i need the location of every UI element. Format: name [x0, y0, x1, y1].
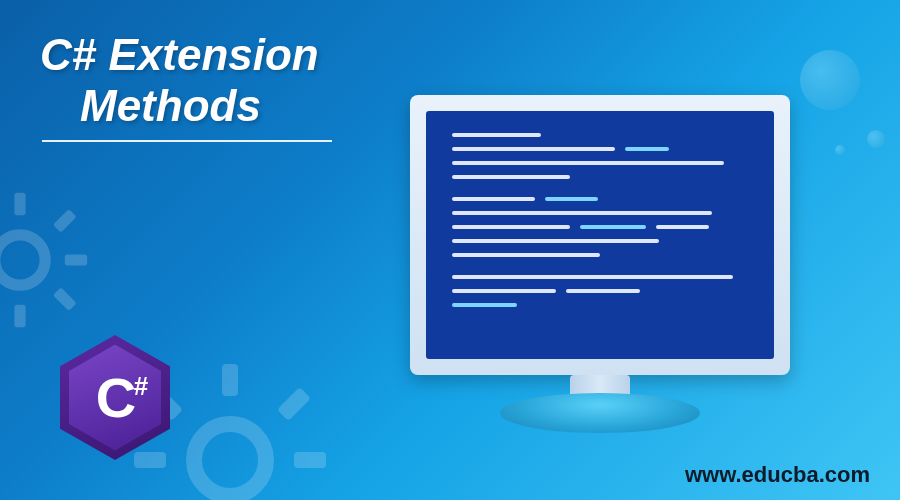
logo-letter-text: C: [96, 366, 134, 429]
banner-canvas: C# Extension Methods: [0, 0, 900, 500]
gear-icon: [0, 190, 90, 330]
title-underline: [42, 140, 332, 142]
monitor-bezel: [410, 95, 790, 375]
monitor-stand-neck: [570, 375, 630, 395]
bubble-decoration: [800, 50, 860, 110]
logo-hash-symbol: #: [134, 371, 146, 402]
title-line-2: Methods: [40, 81, 319, 132]
hexagon-inner: C #: [69, 345, 161, 451]
csharp-logo: C #: [60, 335, 170, 460]
title-line-1: C# Extension: [40, 30, 319, 79]
page-title: C# Extension Methods: [40, 30, 319, 131]
svg-point-0: [0, 235, 45, 285]
logo-letter: C #: [96, 365, 134, 430]
svg-rect-2: [14, 305, 25, 327]
svg-point-9: [194, 424, 266, 496]
monitor-screen: [426, 111, 774, 359]
bubble-decoration: [867, 130, 885, 148]
website-url: www.educba.com: [685, 462, 870, 488]
monitor-stand-base: [500, 393, 700, 433]
svg-rect-10: [222, 364, 238, 396]
svg-rect-15: [277, 387, 311, 421]
svg-rect-8: [53, 287, 77, 311]
svg-rect-6: [53, 209, 77, 233]
hexagon-outer: C #: [60, 335, 170, 460]
monitor-illustration: [410, 95, 790, 433]
bubble-decoration: [835, 145, 845, 155]
svg-rect-1: [14, 193, 25, 215]
svg-rect-4: [65, 254, 87, 265]
svg-rect-13: [294, 452, 326, 468]
